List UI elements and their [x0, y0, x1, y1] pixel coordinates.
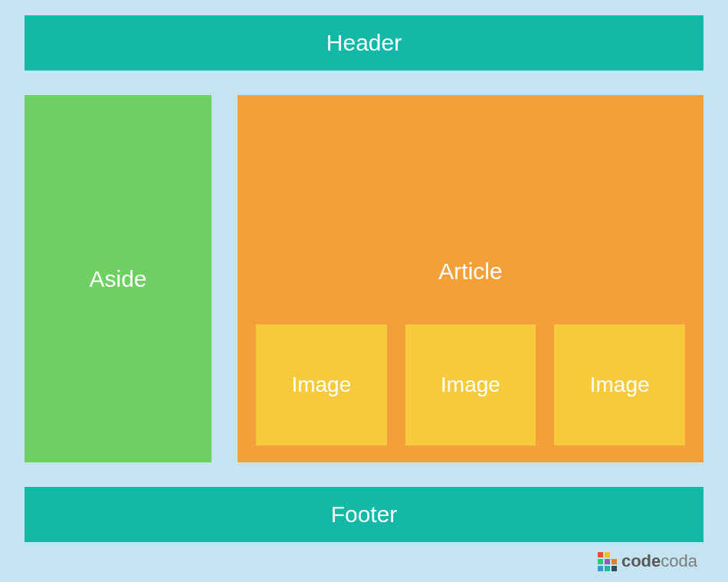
brand-name: codecoda — [621, 551, 697, 571]
image-box: Image — [256, 324, 387, 446]
brand-attribution: codecoda — [25, 551, 703, 571]
footer-label: Footer — [331, 501, 398, 528]
header-region: Header — [25, 15, 703, 71]
brand-name-bold: code — [621, 551, 661, 570]
brand-name-light: coda — [661, 551, 697, 570]
article-label: Article — [438, 258, 502, 284]
footer-region: Footer — [25, 487, 703, 542]
article-region: Article Image Image Image — [238, 95, 703, 462]
middle-row: Aside Article Image Image Image — [25, 95, 703, 462]
image-label: Image — [291, 373, 351, 397]
header-label: Header — [326, 30, 402, 56]
brand-logo-icon — [598, 552, 617, 571]
image-label: Image — [441, 373, 500, 397]
image-row: Image Image Image — [238, 324, 703, 462]
image-label: Image — [590, 373, 650, 397]
aside-region: Aside — [25, 95, 212, 462]
image-box: Image — [405, 324, 536, 446]
aside-label: Aside — [89, 266, 146, 292]
image-box: Image — [554, 324, 685, 446]
